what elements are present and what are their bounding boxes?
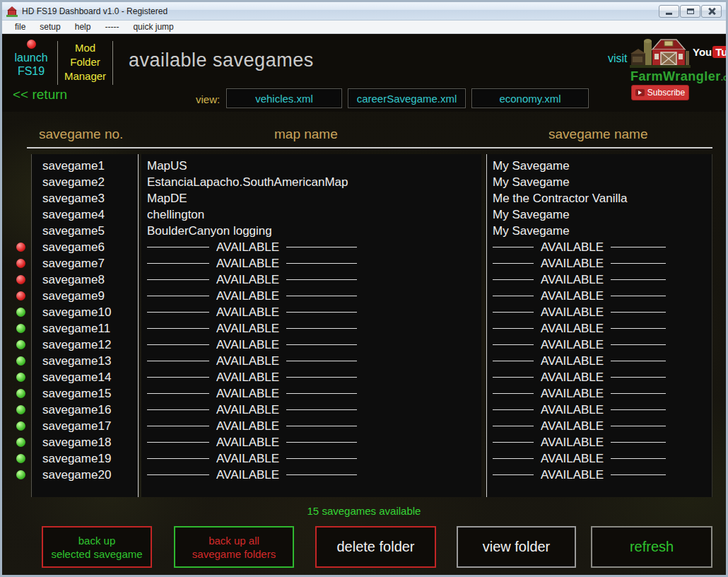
savegame-number-cell[interactable]: savegame7 [32, 255, 138, 272]
map-name-cell[interactable]: chellington [141, 206, 481, 223]
savegame-number-cell[interactable]: savegame4 [32, 206, 138, 223]
savegame-number-cell[interactable]: savegame12 [32, 337, 138, 353]
available-placeholder: AVAILABLE [147, 337, 481, 353]
map-name-cell[interactable]: AVAILABLE [141, 402, 481, 418]
map-name-cell[interactable]: AVAILABLE [141, 369, 481, 385]
savegame-name-cell[interactable]: AVAILABLE [487, 272, 712, 288]
minimize-button[interactable] [659, 5, 679, 18]
savegame-number-cell[interactable]: savegame5 [32, 223, 138, 239]
available-placeholder: AVAILABLE [147, 353, 481, 369]
map-name-cell[interactable]: AVAILABLE [141, 434, 481, 450]
delete-folder-button[interactable]: delete folder [315, 526, 436, 568]
launch-fs19-button[interactable]: launch FS19 [8, 40, 54, 78]
map-name-cell[interactable]: AVAILABLE [141, 353, 481, 369]
savegame-name-cell[interactable]: AVAILABLE [487, 467, 712, 483]
savegame-name-cell[interactable]: AVAILABLE [487, 450, 712, 467]
savegame-name-cell[interactable]: AVAILABLE [487, 369, 712, 385]
farmwrangler-link[interactable]: FarmWrangler.com [630, 69, 726, 84]
view-folder-button[interactable]: view folder [457, 526, 576, 568]
map-name-cell[interactable]: AVAILABLE [141, 272, 481, 288]
map-name-cell[interactable]: AVAILABLE [141, 467, 481, 483]
map-name-cell[interactable]: AVAILABLE [141, 288, 481, 304]
savegame-name-cell[interactable]: AVAILABLE [487, 239, 712, 255]
dot-slot [14, 158, 27, 174]
available-label: AVAILABLE [216, 337, 279, 353]
savegame-number-cell[interactable]: savegame9 [32, 288, 138, 304]
savegame-name-cell[interactable]: AVAILABLE [487, 402, 712, 418]
map-name-cell[interactable]: AVAILABLE [141, 320, 481, 337]
return-button[interactable]: << return [13, 87, 67, 103]
map-name-cell[interactable]: AVAILABLE [141, 255, 481, 272]
savegame-name-cell[interactable]: My Savegame [487, 174, 712, 190]
map-name-cell[interactable]: AVAILABLE [141, 418, 481, 434]
close-button[interactable] [701, 5, 722, 18]
savegame-name-cell[interactable]: My Savegame [487, 206, 712, 223]
view-vehicles-xml-button[interactable]: vehicles.xml [226, 88, 342, 108]
savegame-number-cell[interactable]: savegame15 [32, 385, 138, 402]
savegame-number-cell[interactable]: savegame20 [32, 467, 138, 483]
dash-line [493, 312, 534, 313]
farmwrangler-barn-logo-icon[interactable] [630, 35, 691, 72]
youtube-logo[interactable]: You Tube [693, 46, 726, 58]
savegame-name-cell[interactable]: AVAILABLE [487, 434, 712, 450]
menu-help[interactable]: help [68, 22, 98, 32]
savegame-number-cell[interactable]: savegame16 [32, 402, 138, 418]
dash-line [493, 279, 534, 280]
dot-slot [14, 255, 27, 272]
dash-line [611, 296, 666, 296]
map-name-cell[interactable]: MapUS [141, 158, 481, 174]
backup-all-savegame-folders-button[interactable]: back up all savegame folders [174, 526, 294, 568]
page-title: available savegames [129, 49, 314, 71]
backup-selected-savegame-button[interactable]: back up selected savegame [42, 526, 152, 568]
savegame-name-cell[interactable]: AVAILABLE [487, 288, 712, 304]
savegame-name-cell[interactable]: My Savegame [487, 158, 712, 174]
savegame-name-cell[interactable]: AVAILABLE [487, 320, 712, 337]
savegame-name-cell[interactable]: AVAILABLE [487, 337, 712, 353]
dash-line [147, 361, 209, 361]
savegame-number-cell[interactable]: savegame6 [32, 239, 138, 255]
savegame-number-cell[interactable]: savegame2 [32, 174, 138, 190]
menu-quick-jump[interactable]: quick jump [126, 22, 180, 32]
map-name-cell[interactable]: AVAILABLE [141, 337, 481, 353]
menu-setup[interactable]: setup [33, 22, 67, 32]
savegame-name-cell[interactable]: AVAILABLE [487, 353, 712, 369]
savegame-number-cell[interactable]: savegame11 [32, 320, 138, 337]
menu-file[interactable]: file [8, 22, 33, 32]
available-placeholder: AVAILABLE [493, 402, 712, 418]
savegame-number-cell[interactable]: savegame8 [32, 272, 138, 288]
refresh-button[interactable]: refresh [591, 526, 712, 568]
savegame-number-cell[interactable]: savegame18 [32, 434, 138, 450]
mod-folder-manager-button[interactable]: Mod Folder Manager [59, 41, 112, 83]
map-name-cell[interactable]: EstanciaLapacho.SouthAmericanMap [141, 174, 481, 190]
savegame-number-cell[interactable]: savegame3 [32, 190, 138, 206]
savegame-name-cell[interactable]: AVAILABLE [487, 385, 712, 402]
savegame-name-cell[interactable]: My Savegame [487, 223, 712, 239]
view-careersavegame-xml-button[interactable]: careerSavegame.xml [348, 88, 466, 108]
savegame-name-cell[interactable]: AVAILABLE [487, 255, 712, 272]
dash-line [147, 312, 209, 313]
map-name-cell[interactable]: AVAILABLE [141, 304, 481, 320]
dash-line [493, 458, 534, 459]
savegame-number-cell[interactable]: savegame1 [32, 158, 138, 174]
status-dot-icon [16, 259, 25, 268]
savegame-number-cell[interactable]: savegame17 [32, 418, 138, 434]
map-name-cell[interactable]: BoulderCanyon logging [141, 223, 481, 239]
view-economy-xml-button[interactable]: economy.xml [471, 88, 589, 108]
savegame-number-cell[interactable]: savegame10 [32, 304, 138, 320]
savegame-number-cell[interactable]: savegame13 [32, 353, 138, 369]
map-name-cell[interactable]: AVAILABLE [141, 385, 481, 402]
map-name-cell[interactable]: MapDE [141, 190, 481, 206]
savegame-name-cell[interactable]: AVAILABLE [487, 304, 712, 320]
backup-selected-line2: selected savegame [51, 547, 142, 561]
savegame-number-cell[interactable]: savegame14 [32, 369, 138, 385]
dot-slot [14, 418, 27, 434]
maximize-button[interactable] [680, 5, 700, 18]
menu-separator[interactable]: ----- [98, 22, 126, 32]
dash-line [147, 279, 209, 280]
map-name-cell[interactable]: AVAILABLE [141, 239, 481, 255]
savegame-name-cell[interactable]: Me the Contractor Vanilla [487, 190, 712, 206]
savegame-name-cell[interactable]: AVAILABLE [487, 418, 712, 434]
subscribe-button[interactable]: Subscribe [631, 85, 689, 100]
map-name-cell[interactable]: AVAILABLE [141, 450, 481, 467]
savegame-number-cell[interactable]: savegame19 [32, 450, 138, 467]
